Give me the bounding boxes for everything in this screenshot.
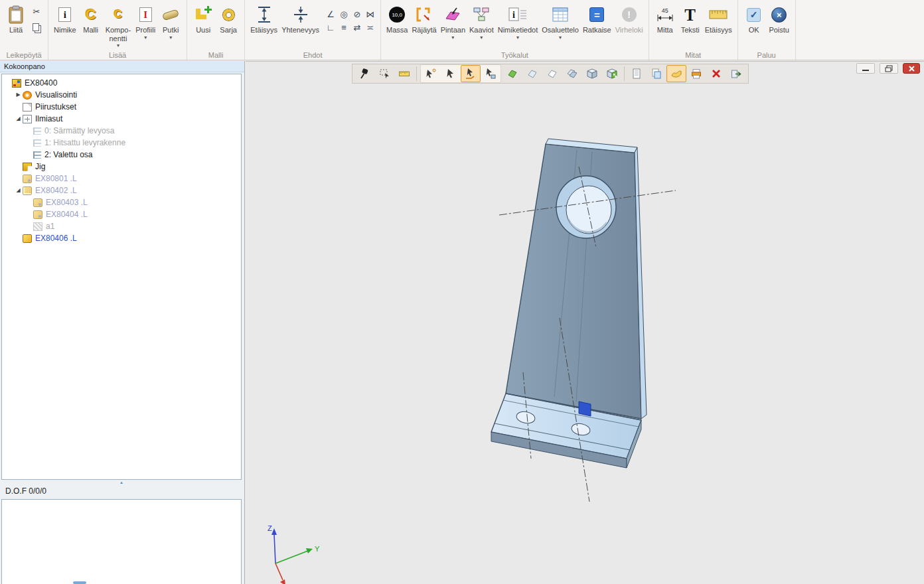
expand-collapsed-icon[interactable]: ▶ (14, 89, 23, 101)
pintaan-button[interactable]: Pintaan ▾ (439, 2, 467, 42)
axis-label-z: Z (268, 524, 272, 532)
select-face-button[interactable] (481, 65, 501, 82)
kaaviot-button[interactable]: Kaaviot ▾ (467, 2, 496, 42)
parallel-constraint-icon[interactable]: ≡ (337, 21, 350, 34)
print-icon (690, 68, 702, 80)
malli-button[interactable]: C Malli (78, 2, 104, 36)
tree-item-jig[interactable]: Jig (2, 161, 241, 173)
part-icon (33, 210, 42, 219)
print-button[interactable] (686, 65, 706, 82)
select-arrow-icon (445, 68, 457, 80)
surface-select-button[interactable] (666, 65, 686, 82)
close-button[interactable] (903, 63, 920, 74)
tree-item-ex80404[interactable]: EX80404 .L (2, 208, 241, 220)
nimike-button[interactable]: i Nimike (52, 2, 78, 36)
tree-item-ex80403[interactable]: EX80403 .L (2, 196, 241, 208)
error-log-icon: ! (622, 3, 637, 26)
tree-item-piirustukset[interactable]: Piirustukset (2, 101, 241, 113)
putki-button[interactable]: Putki ▾ (158, 2, 183, 42)
tree-item-sarmatty-levyosa[interactable]: 0: Särmätty levyosa (2, 125, 241, 137)
dropdown-arrow-icon: ▾ (516, 35, 519, 40)
komponentti-button[interactable]: C Kompo- nentti ▾ (104, 2, 133, 50)
representation-item-icon (33, 151, 41, 159)
symmetry-constraint-icon[interactable]: ⋈ (364, 7, 377, 21)
equal-constraint-icon[interactable]: ≍ (364, 21, 377, 34)
angle-constraint-icon[interactable]: ∠ (324, 7, 337, 21)
paste-button[interactable]: Liitä (3, 2, 29, 36)
minimize-button[interactable] (856, 63, 875, 74)
layers-button[interactable] (647, 65, 666, 82)
opposite-constraint-icon[interactable]: ⇄ (350, 21, 364, 34)
group-label-tools: Työkalut (381, 51, 649, 59)
tangent-constraint-icon[interactable]: ⊘ (350, 7, 364, 21)
face-green-icon (506, 68, 518, 80)
expand-expanded-icon[interactable]: ◢ (14, 113, 23, 125)
drawings-icon (23, 103, 32, 111)
faces-stack-button[interactable] (562, 65, 582, 82)
massa-button[interactable]: 10,0 Massa (384, 2, 410, 36)
axis-label-y: Y (315, 545, 320, 553)
tree-item-ex80801[interactable]: EX80801 .L (2, 173, 241, 184)
sarja-button[interactable]: Sarja (216, 2, 241, 36)
clipboard-paste-icon (7, 3, 25, 26)
poistu-button[interactable]: × Poistu (767, 2, 792, 36)
panel-splitter[interactable]: ▲ (0, 480, 243, 484)
perpendicular-constraint-icon[interactable]: ∟ (324, 21, 337, 34)
concentric-constraint-icon[interactable]: ◎ (337, 7, 350, 21)
etaisyys-measure-button[interactable]: Etäisyys (703, 2, 734, 36)
measure-button[interactable] (394, 65, 414, 82)
face-green-button[interactable] (502, 65, 522, 82)
face-shaded-button[interactable] (522, 65, 542, 82)
nimiketiedot-button[interactable]: i Nimiketiedot ▾ (496, 2, 540, 42)
visualization-icon (23, 91, 32, 100)
assembly-tree: EX80400 ▶ Visualisointi Piirustukset ◢ I… (1, 74, 242, 480)
osaluettelo-button[interactable]: Osaluettelo ▾ (540, 2, 581, 42)
cut-button[interactable]: ✂ (30, 5, 43, 17)
yhtenevyys-button[interactable]: Yhtenevyys (279, 2, 321, 36)
snap-select-button[interactable] (421, 65, 441, 82)
uusi-button[interactable]: Uusi (191, 2, 216, 36)
tree-item-ilmiasut[interactable]: ◢ Ilmiasut (2, 113, 241, 125)
plus-icon (204, 6, 212, 13)
etaisyys-constraint-button[interactable]: Etäisyys (248, 2, 279, 36)
select-face-icon (485, 68, 497, 80)
rajayta-button[interactable]: Räjäytä (410, 2, 438, 36)
pin-button[interactable] (354, 65, 374, 82)
profiili-button[interactable]: I Profiili ▾ (133, 2, 158, 42)
tree-item-ex80406[interactable]: EX80406 .L (2, 232, 241, 244)
tree-item-a1[interactable]: a1 (2, 220, 241, 232)
bottom-scroll-nub[interactable] (73, 581, 86, 584)
group-label-insert: Lisää (48, 51, 187, 59)
delete-button[interactable] (706, 65, 726, 82)
group-label-model: Malli (187, 51, 244, 59)
maximize-button[interactable] (880, 63, 898, 74)
solid-box-icon (586, 68, 598, 80)
copy-button[interactable] (30, 22, 43, 34)
tree-item-valettu-osa[interactable]: 2: Valettu osa (2, 149, 241, 161)
select-arrow-button[interactable] (441, 65, 461, 82)
sketch-icon (33, 222, 42, 231)
viewport-canvas[interactable]: Z Y X (246, 61, 924, 584)
copy-icon (33, 23, 39, 31)
expand-expanded-icon[interactable]: ◢ (14, 184, 23, 196)
tree-item-visualisointi[interactable]: ▶ Visualisointi (2, 89, 241, 101)
tree-item-ex80400[interactable]: EX80400 (2, 77, 241, 89)
group-label-back: Paluu (738, 51, 795, 59)
tree-item-hitsattu-levyrakenne[interactable]: 1: Hitsattu levyrakenne (2, 137, 241, 149)
group-label-clipboard: Leikepöytä (0, 51, 48, 59)
sheet-list-button[interactable] (627, 65, 647, 82)
select-edge-button[interactable] (461, 65, 481, 82)
export-button[interactable] (726, 65, 746, 82)
virheloki-button[interactable]: ! Virheloki (613, 2, 645, 36)
bracket-model: Z Y X (246, 62, 924, 584)
ok-button[interactable]: ✓ OK (741, 2, 767, 36)
solid-box-button[interactable] (582, 65, 602, 82)
tree-item-ex80402[interactable]: ◢ EX80402 .L (2, 184, 241, 196)
solid-checked-button[interactable] (602, 65, 622, 82)
ribbon-group-constraints: Etäisyys Yhtenevyys ∠ ◎ ⊘ ⋈ ∟ ≡ ⇄ ≍ Ehdo… (245, 0, 381, 60)
teksti-button[interactable]: T Teksti (678, 2, 703, 36)
face-wire-button[interactable] (542, 65, 562, 82)
ratkaise-button[interactable]: = Ratkaise (581, 2, 613, 36)
box-select-button[interactable] (374, 65, 394, 82)
mitta-button[interactable]: 45 Mitta (653, 2, 678, 36)
